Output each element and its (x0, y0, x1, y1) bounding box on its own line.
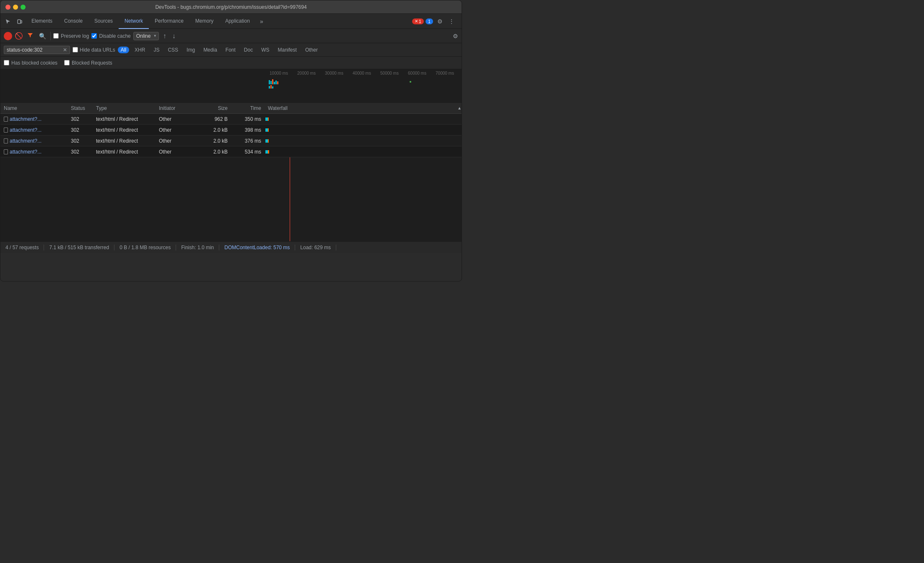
toolbar-row: 🚫 🔍 Preserve log Disable cache Online ↑ … (0, 29, 462, 43)
filter-css-button[interactable]: CSS (165, 47, 181, 53)
col-header-initiator[interactable]: Initiator (156, 105, 197, 111)
cell-initiator-1: Other (156, 127, 197, 133)
timeline-label-20k: 20000 ms (294, 71, 322, 76)
filter-icon[interactable] (26, 31, 35, 40)
svg-rect-1 (21, 21, 22, 23)
cell-name-1: attachment?... (0, 127, 67, 133)
table-row[interactable]: attachment?... 302 text/html / Redirect … (0, 146, 462, 157)
cell-type-2: text/html / Redirect (93, 138, 156, 144)
col-header-waterfall[interactable]: Waterfall ▲ (265, 105, 462, 111)
network-settings-icon[interactable]: ⚙ (453, 33, 458, 39)
table-row[interactable]: attachment?... 302 text/html / Redirect … (0, 136, 462, 146)
col-header-name[interactable]: Name (0, 105, 67, 111)
svg-rect-0 (18, 20, 21, 23)
cell-size-3: 2.0 kB (197, 149, 231, 155)
file-icon (4, 128, 8, 133)
cell-initiator-0: Other (156, 116, 197, 122)
separator (50, 32, 51, 40)
window-title: DevTools - bugs.chromium.org/p/chromium/… (155, 4, 306, 10)
download-icon[interactable]: ↓ (171, 31, 177, 41)
col-header-type[interactable]: Type (93, 105, 156, 111)
title-bar: DevTools - bugs.chromium.org/p/chromium/… (0, 0, 462, 14)
cell-status-2: 302 (67, 138, 93, 144)
error-badge: ✕ 1 (412, 18, 424, 24)
cell-waterfall-0 (265, 114, 462, 124)
blocked-requests-checkbox[interactable]: Blocked Requests (64, 60, 112, 66)
cell-name-2: attachment?... (0, 138, 67, 144)
minimize-button[interactable] (13, 5, 18, 10)
close-button[interactable] (5, 5, 10, 10)
filter-img-button[interactable]: Img (184, 47, 198, 53)
filter-row: ✕ Hide data URLs All XHR JS CSS Img Medi… (0, 43, 462, 57)
status-finish: Finish: 1.0 min (176, 245, 219, 250)
cell-status-3: 302 (67, 149, 93, 155)
timeline-labels: 10000 ms 20000 ms 30000 ms 40000 ms 5000… (0, 71, 462, 76)
hide-data-urls-checkbox[interactable]: Hide data URLs (73, 47, 115, 53)
filter-font-button[interactable]: Font (223, 47, 239, 53)
record-button[interactable] (4, 32, 12, 40)
empty-area (0, 157, 462, 241)
table-row[interactable]: attachment?... 302 text/html / Redirect … (0, 114, 462, 125)
tab-console[interactable]: Console (58, 14, 88, 29)
table-row[interactable]: attachment?... 302 text/html / Redirect … (0, 125, 462, 136)
col-header-time[interactable]: Time (231, 105, 265, 111)
filter-other-button[interactable]: Other (302, 47, 321, 53)
file-icon (4, 149, 8, 154)
tab-actions: ✕ 1 1 ⚙ ⋮ (412, 16, 460, 26)
upload-icon[interactable]: ↑ (161, 31, 168, 41)
filter-input-wrapper: ✕ (4, 46, 70, 54)
disable-cache-input[interactable] (91, 33, 97, 39)
traffic-lights (5, 5, 26, 10)
disable-cache-checkbox[interactable]: Disable cache (91, 33, 130, 39)
cell-initiator-3: Other (156, 149, 197, 155)
tab-application[interactable]: Application (219, 14, 256, 29)
blocked-requests-input[interactable] (64, 60, 70, 65)
preserve-log-checkbox[interactable]: Preserve log (53, 33, 89, 39)
has-blocked-cookies-input[interactable] (4, 60, 9, 65)
col-header-size[interactable]: Size (197, 105, 231, 111)
filter-manifest-button[interactable]: Manifest (275, 47, 300, 53)
cell-name-3: attachment?... (0, 149, 67, 155)
filter-all-button[interactable]: All (118, 47, 129, 53)
filter-xhr-button[interactable]: XHR (132, 47, 148, 53)
filter-ws-button[interactable]: WS (258, 47, 272, 53)
network-throttle-wrapper: Online (133, 32, 159, 40)
cell-size-2: 2.0 kB (197, 138, 231, 144)
settings-icon[interactable]: ⚙ (435, 16, 445, 26)
col-header-status[interactable]: Status (67, 105, 93, 111)
tab-network[interactable]: Network (119, 14, 149, 29)
clear-filter-icon[interactable]: ✕ (63, 47, 67, 53)
cursor-icon[interactable] (2, 16, 14, 27)
blocked-row: Has blocked cookies Blocked Requests (0, 57, 462, 69)
cell-size-1: 2.0 kB (197, 127, 231, 133)
more-options-icon[interactable]: ⋮ (446, 16, 457, 26)
tab-memory[interactable]: Memory (189, 14, 219, 29)
filter-js-button[interactable]: JS (151, 47, 162, 53)
hide-data-urls-input[interactable] (73, 47, 78, 52)
cell-waterfall-3 (265, 146, 462, 157)
waterfall-vertical-line (290, 157, 290, 241)
tab-performance[interactable]: Performance (149, 14, 189, 29)
sort-arrow-icon: ▲ (457, 106, 462, 110)
tab-sources[interactable]: Sources (88, 14, 119, 29)
filter-media-button[interactable]: Media (200, 47, 220, 53)
more-tabs-button[interactable]: » (256, 16, 267, 27)
device-icon[interactable] (14, 16, 26, 27)
stop-icon[interactable]: 🚫 (15, 32, 23, 40)
cell-waterfall-2 (265, 136, 462, 146)
table-header: Name Status Type Initiator Size Time Wat… (0, 103, 462, 114)
status-dom-content-loaded: DOMContentLoaded: 570 ms (219, 245, 295, 250)
cell-time-2: 376 ms (231, 138, 265, 144)
tab-elements[interactable]: Elements (26, 14, 58, 29)
preserve-log-input[interactable] (53, 33, 59, 39)
maximize-button[interactable] (21, 5, 26, 10)
search-icon[interactable]: 🔍 (37, 32, 48, 40)
filter-doc-button[interactable]: Doc (241, 47, 256, 53)
filter-input[interactable] (7, 47, 61, 53)
status-transferred: 7.1 kB / 515 kB transferred (44, 245, 114, 250)
status-resources: 0 B / 1.8 MB resources (114, 245, 176, 250)
has-blocked-cookies-checkbox[interactable]: Has blocked cookies (4, 60, 57, 66)
waterfall-timeline: 10000 ms 20000 ms 30000 ms 40000 ms 5000… (0, 69, 462, 103)
cell-type-3: text/html / Redirect (93, 149, 156, 155)
network-throttle-select[interactable]: Online (133, 32, 159, 40)
